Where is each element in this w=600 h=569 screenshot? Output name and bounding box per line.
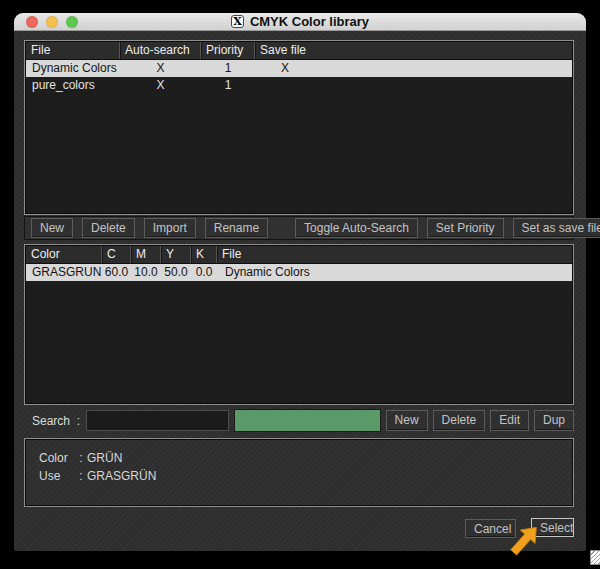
file-table-header: File Auto-search Priority Save file xyxy=(26,42,572,60)
column-header-priority: Priority xyxy=(201,42,255,59)
info-line-use: Use:GRASGRÜN xyxy=(39,467,573,485)
priority-value: 1 xyxy=(201,77,255,94)
edit-color-button[interactable]: Edit xyxy=(490,410,529,431)
toggle-auto-search-button[interactable]: Toggle Auto-Search xyxy=(295,218,418,238)
info-value-color: GRÜN xyxy=(87,451,122,465)
info-label-use: Use xyxy=(39,467,75,485)
save-file-flag: X xyxy=(255,60,315,77)
x11-app-icon: X xyxy=(231,15,244,28)
search-label: Search : xyxy=(24,414,81,428)
search-input[interactable] xyxy=(86,410,229,431)
title-group: X CMYK Color library xyxy=(231,14,369,29)
set-priority-button[interactable]: Set Priority xyxy=(427,218,504,238)
magenta-value: 10.0 xyxy=(131,264,161,281)
save-file-flag xyxy=(255,77,315,94)
cancel-button[interactable]: Cancel xyxy=(465,519,516,538)
cyan-value: 60.0 xyxy=(102,264,131,281)
color-row-grasgrun[interactable]: GRASGRUN 60.0 10.0 50.0 0.0 Dynamic Colo… xyxy=(26,264,572,281)
column-header-file: File xyxy=(26,42,120,59)
close-window-button[interactable] xyxy=(26,16,38,28)
new-file-button[interactable]: New xyxy=(31,218,73,238)
yellow-value: 50.0 xyxy=(161,264,191,281)
color-name: GRASGRUN xyxy=(26,264,102,281)
file-list-table: File Auto-search Priority Save file Dyna… xyxy=(24,40,574,215)
info-colon: : xyxy=(75,467,87,485)
import-file-button[interactable]: Import xyxy=(144,218,196,238)
resize-grip[interactable] xyxy=(590,550,600,565)
cmyk-color-library-window: X CMYK Color library File Auto-search Pr… xyxy=(14,13,586,551)
file-name: Dynamic Colors xyxy=(26,60,120,77)
column-header-y: Y xyxy=(161,246,191,263)
minimize-window-button[interactable] xyxy=(46,16,58,28)
search-bar: Search : New Delete Edit Dup xyxy=(24,408,574,433)
priority-value: 1 xyxy=(201,60,255,77)
black-value: 0.0 xyxy=(191,264,217,281)
column-header-c: C xyxy=(102,246,131,263)
column-header-m: M xyxy=(131,246,161,263)
set-as-save-file-button[interactable]: Set as save file xyxy=(513,218,600,238)
file-row-pure-colors[interactable]: pure_colors X 1 xyxy=(26,77,572,94)
column-header-k: K xyxy=(191,246,217,263)
file-name: pure_colors xyxy=(26,77,120,94)
delete-color-button[interactable]: Delete xyxy=(433,410,486,431)
info-line-color: Color:GRÜN xyxy=(39,449,573,467)
column-header-auto-search: Auto-search xyxy=(120,42,201,59)
color-table-header: Color C M Y K File xyxy=(26,246,572,264)
color-list-table: Color C M Y K File GRASGRUN 60.0 10.0 50… xyxy=(24,244,574,405)
color-file: Dynamic Colors xyxy=(217,264,572,281)
info-label-color: Color xyxy=(39,449,75,467)
delete-file-button[interactable]: Delete xyxy=(82,218,135,238)
dup-color-button[interactable]: Dup xyxy=(534,410,574,431)
rename-file-button[interactable]: Rename xyxy=(205,218,268,238)
titlebar[interactable]: X CMYK Color library xyxy=(14,13,586,31)
traffic-lights xyxy=(26,16,78,28)
zoom-window-button[interactable] xyxy=(66,16,78,28)
info-value-use: GRASGRÜN xyxy=(87,469,156,483)
new-color-button[interactable]: New xyxy=(386,410,428,431)
auto-search-flag: X xyxy=(120,77,201,94)
color-preview-swatch xyxy=(234,409,381,432)
info-colon: : xyxy=(75,449,87,467)
color-info-panel: Color:GRÜN Use:GRASGRÜN xyxy=(24,438,574,507)
auto-search-flag: X xyxy=(120,60,201,77)
file-row-dynamic-colors[interactable]: Dynamic Colors X 1 X xyxy=(26,60,572,77)
window-title: CMYK Color library xyxy=(250,14,369,29)
file-toolbar: New Delete Import Rename Toggle Auto-Sea… xyxy=(24,216,574,240)
column-header-color: Color xyxy=(26,246,102,263)
column-header-save-file: Save file xyxy=(255,42,572,59)
column-header-file: File xyxy=(217,246,572,263)
screen: X CMYK Color library File Auto-search Pr… xyxy=(0,0,600,569)
